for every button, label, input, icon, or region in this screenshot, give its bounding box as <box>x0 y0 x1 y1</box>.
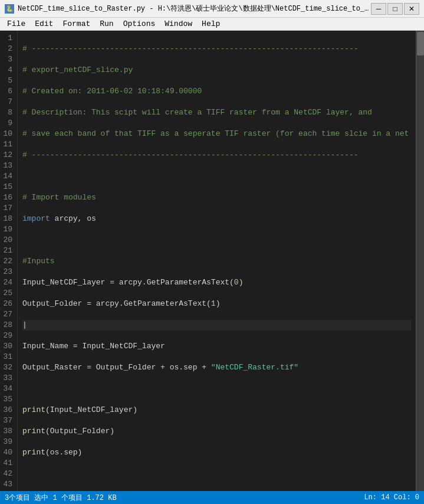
menu-run[interactable]: Run <box>95 18 118 30</box>
close-button[interactable]: ✕ <box>404 3 419 15</box>
window-controls: ─ □ ✕ <box>371 3 419 15</box>
minimize-button[interactable]: ─ <box>371 3 386 15</box>
app-icon: 🐍 <box>5 4 14 14</box>
status-right: Ln: 14 Col: 0 <box>364 493 419 502</box>
menu-options[interactable]: Options <box>119 18 160 30</box>
code-editor[interactable]: # --------------------------------------… <box>18 31 416 491</box>
title-bar: 🐍 NetCDF_time_slice_to_Raster.py - H:\符洪… <box>0 0 424 18</box>
vertical-scrollbar[interactable] <box>416 31 424 491</box>
status-bar: 3个项目 选中 1 个项目 1.72 KB Ln: 14 Col: 0 <box>0 491 424 504</box>
menu-help[interactable]: Help <box>197 18 225 30</box>
menu-window[interactable]: Window <box>160 18 197 30</box>
menu-edit[interactable]: Edit <box>30 18 58 30</box>
window-title: NetCDF_time_slice_to_Raster.py - H:\符洪恩\… <box>18 4 371 14</box>
editor-container: 12345 678910 1112131415 1617181920 21222… <box>0 31 424 491</box>
line-numbers: 12345 678910 1112131415 1617181920 21222… <box>0 31 18 491</box>
menu-format[interactable]: Format <box>58 18 95 30</box>
maximize-button[interactable]: □ <box>387 3 403 15</box>
status-left: 3个项目 选中 1 个项目 1.72 KB <box>5 493 117 503</box>
menu-file[interactable]: File <box>2 18 30 30</box>
menu-bar: File Edit Format Run Options Window Help <box>0 18 424 31</box>
